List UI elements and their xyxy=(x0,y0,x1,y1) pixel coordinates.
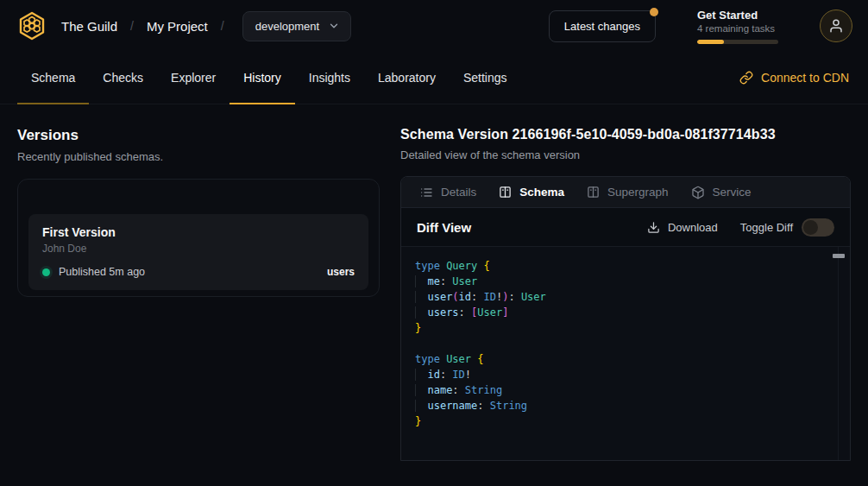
version-author: John Doe xyxy=(42,243,355,255)
connect-to-cdn-button[interactable]: Connect to CDN xyxy=(739,52,852,104)
tab-schema[interactable]: Schema xyxy=(487,177,576,207)
list-icon xyxy=(419,186,433,199)
breadcrumb-separator: / xyxy=(130,19,134,33)
schema-code-panel: type Query { me: User user(id: ID!): Use… xyxy=(401,247,850,460)
nav-tab-schema[interactable]: Schema xyxy=(17,52,89,104)
tab-details-label: Details xyxy=(441,186,476,199)
breadcrumb-org[interactable]: The Guild xyxy=(61,19,117,34)
schema-code-block: type Query { me: User user(id: ID!): Use… xyxy=(415,258,827,429)
nav-tab-history[interactable]: History xyxy=(230,52,295,104)
notification-dot xyxy=(650,8,658,16)
code-scrollbar-track xyxy=(838,247,839,460)
user-avatar-button[interactable] xyxy=(820,9,852,42)
columns-icon xyxy=(499,186,512,199)
environment-select-value: development xyxy=(255,20,319,33)
get-started-title: Get Started xyxy=(697,9,778,22)
nav-tab-checks[interactable]: Checks xyxy=(89,52,157,104)
detail-tabs: Details Schema Sup xyxy=(401,177,850,208)
main-content: Versions Recently published schemas. Fir… xyxy=(0,104,868,461)
download-button[interactable]: Download xyxy=(647,221,718,234)
switch-knob xyxy=(803,220,818,235)
breadcrumb-project[interactable]: My Project xyxy=(147,19,208,34)
download-icon xyxy=(647,221,660,234)
versions-subtitle: Recently published schemas. xyxy=(17,150,380,163)
box-icon xyxy=(691,186,705,199)
toggle-diff-label: Toggle Diff xyxy=(740,221,793,234)
breadcrumb-separator: / xyxy=(221,19,224,33)
environment-select[interactable]: development xyxy=(242,11,351,41)
tab-supergraph-label: Supergraph xyxy=(607,186,669,199)
latest-changes-label: Latest changes xyxy=(564,20,640,33)
version-name: First Version xyxy=(42,225,355,239)
version-detail-subtitle: Detailed view of the schema version xyxy=(400,148,851,161)
version-detail-panel: Schema Version 2166196f-5e10-4059-bd0a-0… xyxy=(400,127,851,461)
nav-tab-insights[interactable]: Insights xyxy=(295,52,364,104)
nav-tab-settings[interactable]: Settings xyxy=(450,52,521,104)
published-dot-icon xyxy=(42,268,50,276)
diff-toggle-switch[interactable] xyxy=(802,218,834,237)
get-started-widget[interactable]: Get Started 4 remaining tasks xyxy=(697,9,778,44)
version-status: Published 5m ago xyxy=(59,266,145,278)
chevron-down-icon xyxy=(328,20,340,32)
primary-nav: Schema Checks Explorer History Insights … xyxy=(0,52,868,104)
tab-supergraph[interactable]: Supergraph xyxy=(576,177,680,207)
versions-panel: Versions Recently published schemas. Fir… xyxy=(17,127,380,461)
app-header: The Guild / My Project / development Lat… xyxy=(0,0,868,52)
version-detail-box: Details Schema Sup xyxy=(400,176,851,461)
tab-service[interactable]: Service xyxy=(680,177,763,207)
hive-logo-icon[interactable] xyxy=(16,9,48,42)
versions-title: Versions xyxy=(17,127,380,144)
diff-view-title: Diff View xyxy=(417,220,471,235)
download-label: Download xyxy=(668,221,718,234)
nav-tab-explorer[interactable]: Explorer xyxy=(157,52,230,104)
latest-changes-button[interactable]: Latest changes xyxy=(549,10,656,42)
get-started-progress-bar xyxy=(697,40,778,44)
link-icon xyxy=(739,71,753,85)
diff-view-toolbar: Diff View Download Toggle Diff xyxy=(401,208,850,247)
get-started-subtitle: 4 remaining tasks xyxy=(697,23,778,34)
tab-details[interactable]: Details xyxy=(408,177,487,207)
versions-list-card: First Version John Doe Published 5m ago … xyxy=(17,179,380,297)
get-started-progress-fill xyxy=(697,40,724,44)
tab-schema-label: Schema xyxy=(519,186,564,199)
service-badge: users xyxy=(327,266,355,278)
columns-icon xyxy=(587,186,600,199)
version-list-item[interactable]: First Version John Doe Published 5m ago … xyxy=(28,214,368,290)
connect-to-cdn-label: Connect to CDN xyxy=(761,71,849,85)
tab-service-label: Service xyxy=(713,186,752,199)
code-scrollbar-thumb[interactable] xyxy=(833,254,845,258)
nav-tab-laboratory[interactable]: Laboratory xyxy=(364,52,450,104)
version-detail-title: Schema Version 2166196f-5e10-4059-bd0a-0… xyxy=(400,127,851,142)
user-icon xyxy=(828,18,844,34)
